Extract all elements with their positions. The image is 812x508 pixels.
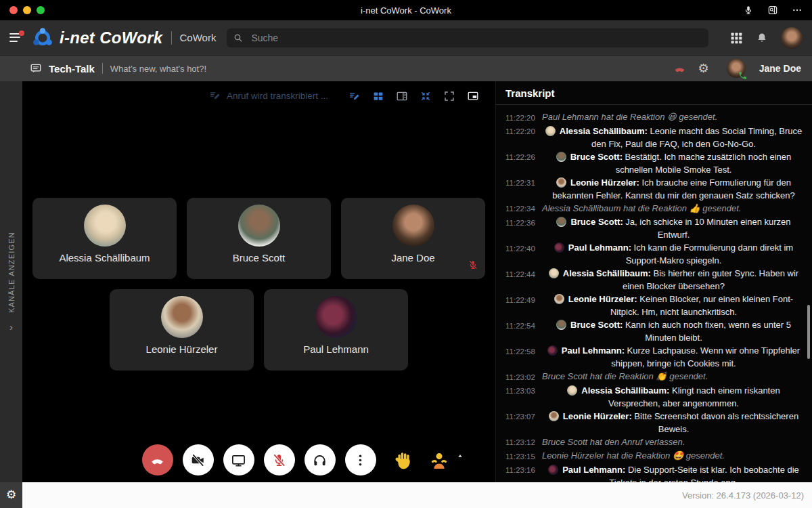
participant-name: Leonie Hürzeler — [146, 343, 218, 355]
channel-name[interactable]: Tech-Talk — [49, 63, 95, 75]
author-name: Bruce Scott: — [570, 217, 625, 227]
current-user-name: Jane Doe — [759, 63, 801, 74]
message-content: Paul Lehmann: Kurze Lachpause. Wenn wir … — [542, 344, 805, 370]
speaker-view-icon[interactable] — [396, 90, 408, 102]
timestamp: 11:22:49 — [505, 293, 537, 318]
message-text: Bestätigt. Ich mache zusätzlich noch ein… — [616, 152, 792, 175]
transcript-message-entry: 11:23:03Alessia Schällibaum: Klingt nach… — [505, 384, 805, 410]
workspace-name: CoWork — [180, 32, 217, 43]
participant-tile[interactable]: Paul Lehmann — [264, 289, 408, 371]
author-name: Paul Lehmann: — [562, 465, 628, 475]
author-avatar — [554, 294, 564, 304]
minimize-window-button[interactable] — [23, 6, 31, 14]
camera-off-button[interactable] — [183, 444, 214, 475]
message-content: Paul Lehmann: Ich kann die Formulierung … — [542, 241, 805, 267]
menu-icon[interactable] — [9, 33, 22, 43]
more-icon[interactable] — [792, 5, 803, 16]
hangup-button[interactable] — [142, 444, 173, 475]
participant-name: Bruce Scott — [233, 252, 286, 263]
timestamp: 11:22:40 — [505, 241, 537, 267]
camera-off-icon — [190, 452, 206, 468]
more-button[interactable] — [345, 444, 376, 475]
mic-muted-icon — [468, 259, 478, 270]
mic-off-button[interactable] — [264, 444, 295, 475]
grid-view-icon[interactable] — [372, 90, 384, 102]
zoom-window-button[interactable] — [37, 6, 45, 14]
raised-hand-emoji[interactable] — [393, 450, 415, 471]
transcription-icon — [209, 89, 221, 102]
in-call-badge-icon — [738, 70, 748, 81]
channel-settings-icon[interactable]: ⚙ — [698, 62, 709, 75]
call-status: Anruf wird transkribiert ... — [209, 89, 328, 102]
author-name: Paul Lehmann: — [568, 242, 634, 253]
author-avatar — [548, 465, 558, 475]
message-text: Kann ich auch noch fixen, wenn es unter … — [625, 320, 791, 343]
transcript-system-entry: 11:23:02Bruce Scott hat die Reaktion 👏 g… — [505, 370, 805, 384]
app-grid-icon[interactable] — [729, 31, 743, 45]
screen-share-button[interactable] — [223, 444, 254, 475]
channel-chat-icon — [30, 62, 42, 75]
chevron-right-icon[interactable]: › — [9, 322, 13, 332]
participant-tile[interactable]: Jane Doe — [341, 198, 485, 279]
timestamp: 11:22:31 — [505, 176, 537, 202]
gear-icon: ⚙ — [6, 489, 16, 501]
bell-icon[interactable] — [756, 32, 768, 44]
transcript-message-entry: 11:22:44Alessia Schällibaum: Bis hierher… — [505, 267, 805, 293]
reaction-menu-caret-icon[interactable] — [457, 450, 464, 457]
headphones-button[interactable] — [304, 444, 336, 475]
author-avatar — [549, 411, 559, 421]
screen-share-icon — [231, 452, 246, 468]
timestamp: 11:22:34 — [505, 202, 537, 216]
timestamp: 11:22:58 — [505, 344, 537, 370]
message-content: Bruce Scott: Bestätigt. Ich mache zusätz… — [542, 150, 805, 176]
app-logo-icon — [31, 26, 54, 49]
transcript-system-entry: 11:23:12Bruce Scott hat den Anruf verlas… — [505, 436, 805, 450]
search-box[interactable] — [227, 28, 708, 47]
transcript-panel: Transkript 11:22:20Paul Lehmann hat die … — [495, 81, 812, 482]
settings-button[interactable]: ⚙ — [0, 482, 22, 508]
app-header: i-net CoWork CoWork — [0, 20, 812, 56]
tile-row: Alessia SchällibaumBruce ScottJane Doe — [22, 198, 495, 279]
show-channels-label[interactable]: KANÄLE ANZEIGEN — [7, 232, 16, 313]
author-name: Paul Lehmann: — [562, 345, 627, 356]
system-text: Bruce Scott hat die Reaktion 👏 gesendet. — [542, 370, 805, 384]
current-user-avatar[interactable] — [727, 59, 746, 78]
hangup-call-icon[interactable] — [673, 62, 686, 75]
notification-dot — [19, 30, 24, 36]
author-avatar — [567, 385, 577, 396]
tab-search-icon[interactable] — [767, 5, 778, 16]
author-name: Leonie Hürzeler: — [563, 411, 634, 421]
transcript-entries[interactable]: 11:22:20Paul Lehmann hat die Reaktion 😃 … — [496, 105, 812, 482]
participant-tile[interactable]: Bruce Scott — [187, 198, 331, 279]
author-avatar — [556, 177, 566, 188]
author-name: Alessia Schällibaum: — [581, 385, 672, 396]
transcription-icon[interactable] — [348, 90, 361, 102]
shrug-emoji[interactable] — [428, 450, 450, 471]
collapse-view-icon[interactable] — [420, 90, 432, 102]
author-avatar — [556, 320, 566, 330]
participant-name: Jane Doe — [391, 252, 434, 263]
version-label: Version: 26.4.173 (2026-03-12) — [682, 490, 804, 501]
participant-avatar — [161, 296, 203, 338]
participant-tile[interactable]: Leonie Hürzeler — [110, 289, 254, 371]
timestamp: 11:23:12 — [505, 436, 537, 450]
titlebar-actions — [743, 5, 803, 16]
message-content: Bruce Scott: Kann ich auch noch fixen, w… — [542, 318, 805, 344]
app-window: i-net CoWork - CoWork i-net CoWork CoWor… — [0, 0, 812, 508]
close-window-button[interactable] — [9, 6, 18, 14]
brand-title: i-net CoWork — [60, 28, 163, 47]
message-text: Ich kann die Formulierung dann direkt im… — [626, 242, 794, 266]
microphone-icon[interactable] — [743, 5, 754, 16]
pip-icon[interactable] — [467, 90, 479, 102]
user-avatar[interactable] — [781, 27, 803, 49]
transcript-system-entry: 11:23:15Leonie Hürzeler hat die Reaktion… — [505, 449, 805, 463]
author-name: Leonie Hürzeler: — [570, 177, 641, 188]
channel-actions: ⚙ Jane Doe — [673, 59, 801, 78]
participant-tile[interactable]: Alessia Schällibaum — [32, 198, 177, 279]
search-input[interactable] — [250, 32, 702, 44]
timestamp: 11:22:20 — [505, 110, 537, 125]
transcript-message-entry: 11:22:49Leonie Hürzeler: Keinen Blocker,… — [505, 293, 805, 318]
fullscreen-icon[interactable] — [443, 90, 455, 102]
collapsed-channel-sidebar[interactable]: KANÄLE ANZEIGEN › — [0, 81, 22, 482]
scrollbar-thumb[interactable] — [807, 305, 810, 359]
